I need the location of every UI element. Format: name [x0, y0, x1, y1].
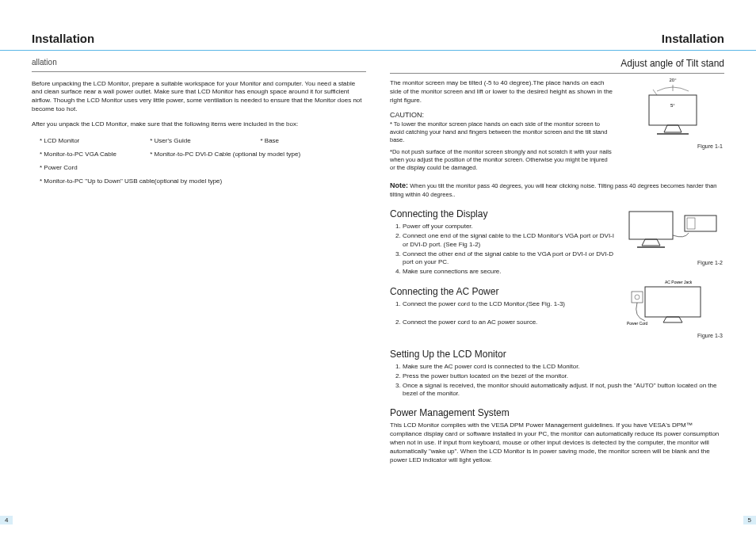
content-columns: allation Before unpacking the LCD Monito…: [0, 51, 756, 464]
note-text: When you tilt the monitor pass 40 degree…: [390, 182, 717, 198]
header-left: Installation: [32, 32, 94, 45]
list-item: Make sure connections are secure.: [403, 268, 615, 277]
list-item: * Power Cord: [32, 162, 366, 175]
monitor-pc-icon: [625, 200, 720, 255]
svg-point-10: [635, 295, 640, 299]
tilt-degree-label: 20°: [621, 77, 724, 83]
list-item: * Base: [253, 135, 363, 148]
list-item: * Monitor-to-PC "Up to Down" USB cable(o…: [32, 175, 366, 189]
svg-rect-4: [629, 212, 673, 239]
note-line: Note: When you tilt the monitor pass 40 …: [390, 181, 724, 200]
subsection-rule: [390, 73, 724, 74]
box-contents-list: * LCD Monitor * User's Guide * Base * Mo…: [32, 135, 366, 188]
connect-ac-heading: Connecting the AC Power: [390, 285, 615, 298]
subsection-rule: [32, 71, 366, 72]
setup-steps: Make sure the AC power cord is connected…: [390, 363, 724, 399]
pms-paragraph: This LCD Monitor complies with the VESA …: [390, 421, 724, 464]
caution-text: * To lower the monitor screen place hand…: [390, 120, 612, 144]
list-item: Connect the other end of the signal cabl…: [403, 250, 615, 268]
list-item: Press the power button located on the be…: [403, 372, 724, 381]
pms-heading: Power Management System: [390, 406, 724, 419]
list-item: * LCD Monitor: [32, 135, 142, 148]
intro-paragraph: Before unpacking the LCD Monitor, prepar…: [32, 80, 366, 114]
list-item: Connect the power cord to an AC power so…: [403, 318, 615, 327]
tilt-heading: Adjust angle of Tilt stand: [390, 57, 724, 70]
list-item: Connect one end of the signal cable to t…: [403, 232, 615, 250]
tilt-text-col: The monitor screen may be tilted (-5 to …: [390, 77, 615, 176]
figure-caption: Figure 1-3: [621, 332, 724, 339]
figure-1-1: 20° 5° Figure 1-1: [621, 77, 724, 176]
list-item: Once a signal is received, the monitor s…: [403, 382, 724, 399]
connect-ac-block: Connecting the AC Power Connect the powe…: [390, 277, 724, 340]
caution-heading: CAUTION:: [390, 110, 615, 120]
figure-1-2: Figure 1-2: [621, 200, 724, 277]
setup-heading: Setting Up the LCD Monitor: [390, 348, 724, 360]
page-header: Installation Installation: [0, 0, 756, 50]
monitor-power-icon: AC Power Jack Power Cord: [625, 277, 720, 329]
connect-display-steps: Power off your computer. Connect one end…: [390, 223, 615, 277]
svg-rect-7: [687, 218, 695, 229]
tilt-degree-inner: 5°: [670, 103, 675, 108]
header-right: Installation: [662, 32, 724, 45]
figure-caption: Figure 1-2: [621, 259, 724, 266]
tilt-paragraph: The monitor screen may be tilted (-5 to …: [390, 79, 615, 105]
unpack-line: After you unpack the LCD Monitor, make s…: [32, 120, 366, 129]
connect-display-block: Connecting the Display Power off your co…: [390, 200, 724, 277]
page-number-left: 4: [0, 516, 13, 524]
note-label: Note:: [390, 181, 408, 189]
list-item: Connect the power cord to the LCD Monito…: [403, 300, 615, 309]
power-cord-label: Power Cord: [627, 321, 648, 326]
connect-ac-steps: Connect the power cord to the LCD Monito…: [390, 300, 615, 326]
svg-rect-9: [632, 292, 643, 303]
left-page: allation Before unpacking the LCD Monito…: [32, 51, 366, 464]
right-page: Adjust angle of Tilt stand The monitor s…: [390, 51, 724, 464]
section-fragment: allation: [32, 57, 366, 68]
svg-line-1: [653, 90, 657, 95]
connect-display-heading: Connecting the Display: [390, 208, 615, 220]
tilt-block: The monitor screen may be tilted (-5 to …: [390, 77, 724, 176]
svg-rect-2: [649, 95, 697, 125]
list-item: * User's Guide: [142, 135, 252, 148]
ac-jack-label: AC Power Jack: [665, 280, 693, 284]
list-item: * Monitor-to-PC DVI-D Cable (optional by…: [142, 148, 363, 162]
caution-text: *Do not push surface of the monitor scre…: [390, 148, 612, 172]
page-number-right: 5: [743, 516, 756, 524]
monitor-tilt-icon: 5°: [629, 83, 716, 139]
list-item: Power off your computer.: [403, 223, 615, 231]
figure-1-3: AC Power Jack Power Cord Figure 1-3: [621, 277, 724, 340]
list-item: Make sure the AC power cord is connected…: [403, 363, 724, 372]
svg-rect-8: [645, 287, 701, 317]
figure-caption: Figure 1-1: [621, 143, 724, 150]
list-item: * Monitor-to-PC VGA Cable: [32, 148, 142, 162]
